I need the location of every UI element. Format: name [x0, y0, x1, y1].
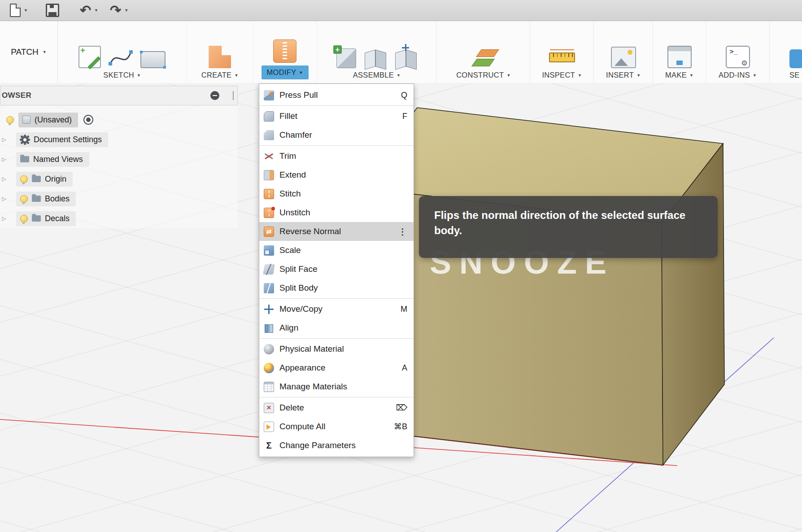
menu-item-reverse-normal[interactable]: Reverse Normal ⋮	[259, 222, 414, 241]
browser-item-label: Document Settings	[34, 135, 102, 144]
scripts-addins-icon[interactable]	[726, 46, 750, 68]
chevron-down-icon: ▼	[506, 73, 510, 78]
tab-label: CREATE	[201, 71, 232, 79]
decals-node[interactable]: Decals	[16, 211, 76, 226]
tab-label: INSERT	[606, 71, 634, 79]
menu-item-label: Stitch	[279, 189, 301, 199]
disclosure-triangle-icon[interactable]: ▷	[0, 136, 8, 143]
menu-separator	[259, 397, 414, 397]
spline-icon[interactable]	[108, 47, 133, 68]
menu-item-compute-all[interactable]: Compute All ⌘B	[259, 417, 414, 436]
menu-item-label: Split Body	[279, 283, 318, 293]
menu-item-trim[interactable]: Trim	[259, 147, 414, 166]
browser-item-document-settings: ▷ Document Settings	[0, 130, 238, 149]
menu-item-delete[interactable]: Delete ⌦	[259, 398, 414, 417]
tab-sketch[interactable]: SKETCH ▼	[103, 71, 141, 79]
construct-plane-icon[interactable]	[471, 48, 496, 68]
browser-item-origin: ▷ Origin	[0, 169, 238, 189]
chevron-down-icon[interactable]: ▼	[124, 8, 128, 13]
tab-make[interactable]: MAKE ▼	[665, 71, 693, 79]
new-file-button[interactable]: ▼	[7, 2, 31, 18]
menu-item-manage-materials[interactable]: Manage Materials	[259, 377, 414, 396]
chevron-down-icon[interactable]: ▼	[94, 8, 98, 13]
bodies-node[interactable]: Bodies	[16, 192, 76, 206]
ribbon-group-insert: INSERT ▼	[594, 21, 653, 83]
fillet-icon	[264, 111, 274, 122]
insert-image-icon[interactable]	[611, 47, 636, 68]
rectangle-tool-icon[interactable]	[140, 51, 166, 68]
ribbon-group-select: SE	[770, 21, 802, 83]
measure-icon[interactable]	[549, 47, 575, 68]
visibility-bulb-icon[interactable]	[6, 116, 14, 124]
document-settings-node[interactable]: Document Settings	[16, 132, 108, 147]
tab-create[interactable]: CREATE ▼	[201, 71, 239, 79]
folder-icon	[32, 196, 41, 202]
panel-splitter-handle[interactable]	[233, 91, 234, 100]
disclosure-triangle-icon[interactable]: ▷	[0, 176, 8, 182]
menu-item-extend[interactable]: Extend	[259, 166, 414, 184]
document-root-node[interactable]: (Unsaved)	[18, 113, 78, 127]
tab-insert[interactable]: INSERT ▼	[606, 71, 641, 79]
origin-node[interactable]: Origin	[16, 172, 73, 187]
new-file-icon	[10, 4, 21, 17]
ribbon-group-assemble: + ASSEMBLE ▼	[317, 21, 437, 83]
chevron-down-icon: ▼	[299, 70, 303, 75]
tab-inspect[interactable]: INSPECT ▼	[542, 71, 582, 79]
tab-construct[interactable]: CONSTRUCT ▼	[456, 71, 511, 79]
visibility-bulb-icon[interactable]	[20, 195, 28, 203]
menu-item-split-face[interactable]: Split Face	[259, 260, 414, 279]
more-options-icon[interactable]: ⋮	[398, 227, 407, 237]
named-views-node[interactable]: Named Views	[16, 152, 89, 167]
select-tool-icon[interactable]	[789, 49, 802, 68]
collapse-browser-button[interactable]	[210, 91, 219, 100]
scale-icon	[264, 245, 274, 256]
create-sketch-icon[interactable]	[78, 46, 101, 68]
3d-print-icon[interactable]	[667, 46, 692, 68]
tab-modify[interactable]: MODIFY ▼	[262, 65, 309, 79]
tab-assemble[interactable]: ASSEMBLE ▼	[353, 71, 401, 79]
menu-item-stitch[interactable]: Stitch	[259, 184, 414, 203]
tab-addins[interactable]: ADD-INS ▼	[719, 71, 757, 79]
disclosure-triangle-icon[interactable]: ▷	[0, 215, 8, 222]
joint-icon[interactable]	[363, 47, 387, 68]
viewport[interactable]: SNOOZE OWSER (Unsaved) ▷	[0, 83, 802, 532]
undo-button[interactable]: ↶ ▼	[77, 4, 101, 17]
menu-item-change-parameters[interactable]: Change Parameters	[259, 436, 414, 455]
menu-item-appearance[interactable]: Appearance A	[259, 358, 414, 377]
browser-header: OWSER	[0, 86, 238, 105]
chevron-down-icon[interactable]: ▼	[24, 8, 28, 13]
menu-item-align[interactable]: Align	[259, 318, 414, 337]
menu-item-physical-material[interactable]: Physical Material	[259, 340, 414, 358]
browser-item-bodies: ▷ Bodies	[0, 189, 238, 209]
tab-select[interactable]: SE	[789, 71, 800, 79]
visibility-bulb-icon[interactable]	[20, 215, 28, 222]
save-button[interactable]	[43, 2, 62, 18]
disclosure-triangle-icon[interactable]: ▷	[0, 196, 8, 202]
chamfer-icon	[264, 130, 274, 140]
activate-component-radio[interactable]	[83, 115, 93, 125]
menu-item-split-body[interactable]: Split Body	[259, 279, 414, 297]
redo-button[interactable]: ↷ ▼	[107, 4, 131, 17]
menu-item-shortcut: Q	[401, 91, 407, 100]
new-component-icon[interactable]: +	[336, 48, 356, 68]
create-form-icon[interactable]	[209, 46, 231, 68]
menu-item-fillet[interactable]: Fillet F	[259, 107, 414, 126]
ribbon-group-addins: ADD-INS ▼	[706, 21, 770, 83]
menu-item-unstitch[interactable]: Unstitch	[259, 203, 414, 222]
visibility-bulb-icon[interactable]	[20, 175, 28, 183]
menu-item-scale[interactable]: Scale	[259, 241, 414, 260]
menu-item-label: Appearance	[279, 363, 325, 373]
menu-item-move-copy[interactable]: Move/Copy M	[259, 300, 414, 318]
menu-item-label: Trim	[279, 151, 296, 161]
disclosure-triangle-icon[interactable]: ▷	[0, 156, 8, 162]
tab-label: SKETCH	[103, 71, 134, 79]
ribbon-group-make: MAKE ▼	[653, 21, 706, 83]
browser-item-label: (Unsaved)	[35, 115, 72, 125]
chevron-down-icon: ▼	[397, 73, 401, 78]
as-built-joint-icon[interactable]	[394, 47, 417, 68]
menu-item-press-pull[interactable]: Press Pull Q	[259, 86, 414, 105]
menu-item-chamfer[interactable]: Chamfer	[259, 126, 414, 144]
workspace-selector[interactable]: PATCH ▼	[0, 21, 58, 83]
fusion-window: ▼ ↶ ▼ ↷ ▼ PATCH ▼	[0, 0, 802, 532]
modify-stitch-icon[interactable]	[273, 39, 296, 63]
